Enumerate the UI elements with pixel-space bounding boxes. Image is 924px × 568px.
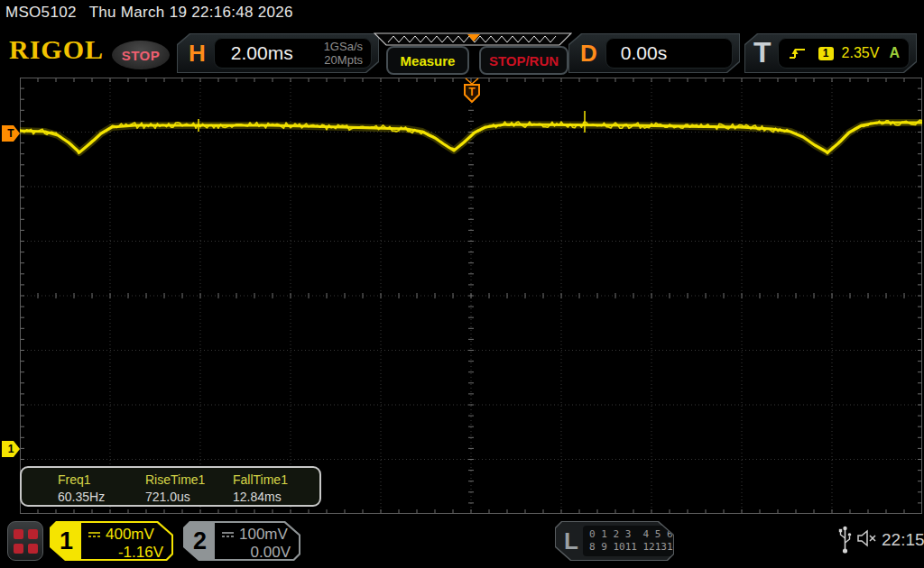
trigger-mode: A — [889, 45, 900, 61]
rigol-logo: RIGOL — [9, 34, 104, 65]
menu-button[interactable] — [7, 521, 43, 561]
channel1-scale: 400mV — [106, 526, 154, 544]
delay-label: D — [580, 40, 597, 68]
menu-grid-icon — [28, 529, 38, 539]
measurement-item: FallTime1 12.84ms — [233, 472, 320, 505]
trigger-position-marker[interactable]: T — [462, 78, 482, 103]
measurement-label: Freq1 — [58, 472, 145, 487]
channel2-number: 2 — [185, 523, 215, 559]
trigger-source-badge: 1 — [818, 47, 834, 60]
speaker-muted-icon[interactable] — [856, 528, 880, 548]
datetime-text: Thu March 19 22:16:48 2026 — [89, 4, 293, 21]
measure-button[interactable]: Measure — [386, 46, 469, 75]
menu-grid-icon — [28, 544, 38, 554]
channel1-offset-marker[interactable]: 1 — [2, 441, 20, 457]
memory-depth: 20Mpts — [324, 53, 363, 67]
trigger-slope-icon — [789, 46, 807, 60]
channel2-offset: 0.00V — [221, 544, 291, 562]
status-clock: 22:15 — [882, 530, 924, 550]
measurement-item: Freq1 60.35Hz — [58, 472, 145, 505]
measurement-value: 60.35Hz — [58, 490, 145, 504]
channel1-number: 1 — [51, 523, 81, 559]
menu-grid-icon — [14, 544, 23, 554]
channel2-box[interactable]: 2 100mV 0.00V — [183, 521, 300, 561]
trigger-label: T — [753, 36, 772, 69]
measurement-item: RiseTime1 721.0us — [145, 472, 233, 505]
titlebar: MSO5102Thu March 19 22:16:48 2026 — [5, 4, 293, 22]
dc-coupling-icon — [88, 530, 101, 539]
measurement-value: 721.0us — [145, 490, 233, 504]
usb-icon — [838, 526, 852, 554]
sample-rate: 1GSa/s — [324, 40, 363, 53]
trigger-level-marker[interactable]: T — [2, 125, 20, 142]
horizontal-settings-box[interactable]: H 2.00ms 1GSa/s 20Mpts — [177, 33, 379, 73]
horizontal-label: H — [189, 40, 206, 68]
measurement-label: RiseTime1 — [145, 472, 233, 487]
measurement-panel[interactable]: Freq1 60.35Hz RiseTime1 721.0us FallTime… — [20, 466, 321, 507]
dc-coupling-icon — [221, 530, 235, 539]
measurement-label: FallTime1 — [233, 472, 320, 487]
graticule — [20, 78, 922, 515]
acquisition-info: 1GSa/s 20Mpts — [324, 40, 363, 67]
run-state-badge: STOP — [112, 41, 170, 69]
logic-analyzer-box[interactable]: L 0 1 2 3 4 5 6 7 8 9 1011 12131415 — [555, 521, 674, 561]
trigger-level-value: 2.35V — [842, 45, 890, 61]
measurement-value: 12.84ms — [233, 490, 320, 504]
logic-analyzer-label: L — [564, 527, 578, 555]
timebase-value: 2.00ms — [231, 42, 324, 64]
menu-grid-icon — [14, 529, 23, 539]
digital-channel-list: 0 1 2 3 4 5 6 7 8 9 1011 12131415 — [583, 526, 698, 556]
stop-run-button[interactable]: STOP/RUN — [479, 46, 568, 75]
channel2-scale: 100mV — [239, 526, 288, 544]
delay-value: 0.00s — [621, 42, 667, 64]
instrument-model: MSO5102 — [5, 4, 77, 21]
channel1-box[interactable]: 1 400mV -1.16V — [50, 521, 173, 561]
delay-settings-box[interactable]: D 0.00s — [568, 33, 740, 73]
waveform-memory-bar[interactable] — [374, 32, 572, 47]
trigger-settings-box[interactable]: T 1 2.35V A — [744, 33, 917, 73]
channel1-offset: -1.16V — [88, 544, 163, 562]
svg-text:T: T — [468, 86, 476, 98]
